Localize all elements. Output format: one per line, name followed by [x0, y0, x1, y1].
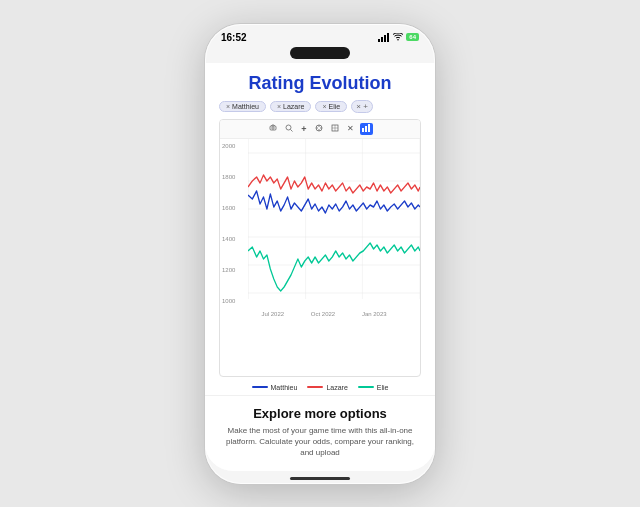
home-indicator[interactable] [290, 477, 350, 480]
phone-frame: 16:52 64 Rating Evolution [205, 24, 435, 484]
x-axis-labels: Jul 2022 Oct 2022 Jan 2023 [220, 309, 420, 319]
svg-point-6 [272, 126, 274, 128]
explore-section: Explore more options Make the most of yo… [205, 395, 435, 471]
wifi-icon [393, 33, 403, 41]
battery-badge: 64 [406, 33, 419, 41]
tool-plus[interactable]: + [299, 123, 308, 135]
svg-rect-1 [381, 37, 383, 42]
y-axis-labels: 2000 1800 1600 1400 1200 1000 [222, 139, 235, 309]
tool-chart[interactable] [360, 123, 373, 135]
svg-rect-0 [378, 39, 380, 42]
dynamic-island [290, 47, 350, 59]
status-bar: 16:52 64 [205, 24, 435, 47]
svg-line-8 [291, 129, 293, 131]
legend-elie: Elie [358, 384, 389, 391]
chart-svg [248, 139, 420, 309]
explore-text: Make the most of your game time with thi… [219, 425, 421, 459]
svg-rect-17 [362, 128, 364, 132]
svg-point-7 [286, 125, 291, 130]
chart-svg-area: 2000 1800 1600 1400 1200 1000 [220, 139, 420, 309]
legend-matthieu: Matthieu [252, 384, 298, 391]
tool-crosshair[interactable] [313, 123, 325, 135]
explore-title: Explore more options [219, 406, 421, 421]
svg-rect-19 [368, 124, 370, 132]
tag-elie[interactable]: × Elie [315, 101, 347, 112]
tag-add-button[interactable]: × + [351, 100, 373, 113]
phone-screen: Rating Evolution × Matthieu × Lazare × E… [205, 63, 435, 471]
svg-rect-18 [365, 126, 367, 132]
svg-point-4 [398, 39, 400, 41]
status-icons: 64 [378, 33, 419, 42]
tag-matthieu[interactable]: × Matthieu [219, 101, 266, 112]
screen-content: Rating Evolution × Matthieu × Lazare × E… [205, 63, 435, 395]
signal-icon [378, 33, 390, 42]
chart-toolbar: + ✕ [220, 120, 420, 139]
tool-zoom[interactable] [283, 123, 295, 135]
tool-close[interactable]: ✕ [345, 123, 356, 135]
page-title: Rating Evolution [219, 73, 421, 94]
status-time: 16:52 [221, 32, 247, 43]
chart-legend: Matthieu Lazare Elie [219, 381, 421, 395]
chart-container: + ✕ 2000 18 [219, 119, 421, 377]
svg-rect-3 [387, 33, 389, 42]
tool-box[interactable] [329, 123, 341, 135]
legend-lazare: Lazare [307, 384, 347, 391]
tag-lazare[interactable]: × Lazare [270, 101, 312, 112]
tool-camera[interactable] [267, 123, 279, 135]
svg-rect-2 [384, 35, 386, 42]
filter-tags: × Matthieu × Lazare × Elie × + [219, 100, 421, 113]
